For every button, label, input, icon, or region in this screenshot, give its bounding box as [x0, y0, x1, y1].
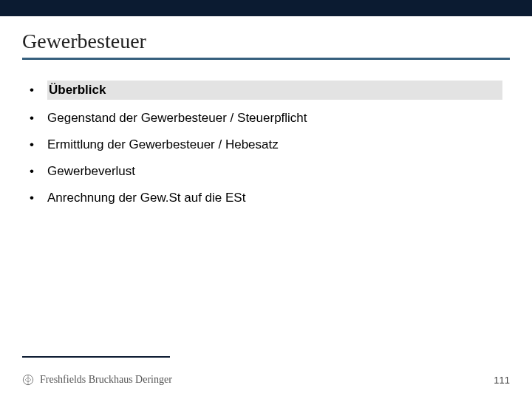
list-item: • Überblick: [30, 81, 502, 100]
bullet-icon: •: [30, 137, 47, 153]
list-item: • Gewerbeverlust: [30, 163, 502, 180]
list-item: • Ermittlung der Gewerbesteuer / Hebesat…: [30, 137, 502, 153]
list-item: • Gegenstand der Gewerbesteuer / Steuerp…: [30, 110, 502, 126]
bullet-icon: •: [30, 190, 47, 206]
content-area: • Überblick • Gegenstand der Gewerbesteu…: [0, 64, 532, 206]
page-number: 111: [494, 375, 510, 386]
list-item-label: Ermittlung der Gewerbesteuer / Hebesatz: [47, 137, 502, 153]
brand: Freshfields Bruckhaus Deringer: [22, 374, 172, 386]
title-underline: [22, 58, 510, 60]
top-bar: [0, 0, 532, 16]
brand-text: Freshfields Bruckhaus Deringer: [40, 374, 172, 386]
bullet-icon: •: [30, 82, 47, 98]
list-item: • Anrechnung der Gew.St auf die ESt: [30, 190, 502, 206]
brand-logo-icon: [22, 374, 34, 386]
list-item-label: Gegenstand der Gewerbesteuer / Steuerpfl…: [47, 110, 502, 126]
bullet-icon: •: [30, 163, 47, 180]
bullet-icon: •: [30, 110, 47, 126]
slide: Gewerbesteuer • Überblick • Gegenstand d…: [0, 0, 532, 399]
title-area: Gewerbesteuer: [0, 16, 532, 64]
footer-rule: [22, 356, 170, 358]
list-item-label: Anrechnung der Gew.St auf die ESt: [47, 190, 502, 206]
footer: Freshfields Bruckhaus Deringer 111: [22, 374, 510, 386]
page-title: Gewerbesteuer: [22, 30, 510, 53]
list-item-label: Gewerbeverlust: [47, 163, 502, 180]
list-item-label: Überblick: [47, 81, 502, 100]
